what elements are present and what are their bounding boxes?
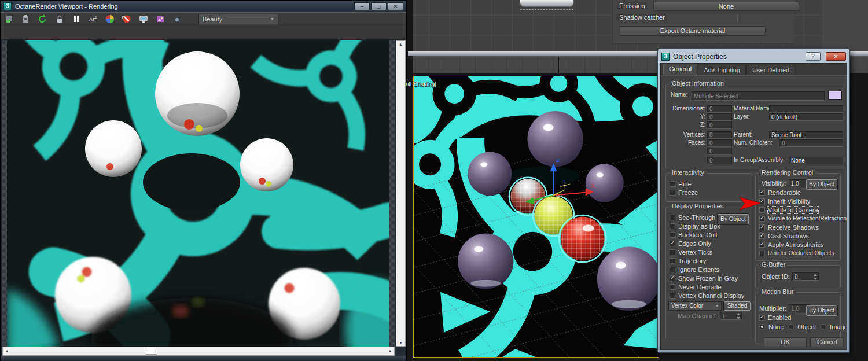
visible-to-reflection-row[interactable]: Visible to Reflection/Refraction: [756, 214, 840, 223]
object-id-spinner[interactable]: [813, 274, 818, 280]
hide-row[interactable]: Hide: [666, 179, 752, 188]
export-octane-material-button[interactable]: Export Octane material: [620, 26, 766, 36]
faces-field[interactable]: 0: [707, 139, 732, 147]
close-button[interactable]: ✕: [388, 2, 403, 10]
visible-to-reflection-checkbox[interactable]: [759, 216, 765, 222]
emission-none-button[interactable]: None: [653, 2, 799, 11]
see-through-checkbox[interactable]: [670, 215, 675, 220]
tab-general[interactable]: General: [663, 64, 697, 75]
extra-field-1[interactable]: 0: [707, 148, 732, 155]
scroll-left-icon[interactable]: ◄: [5, 349, 9, 353]
rollout-scroll-button[interactable]: [520, 0, 574, 7]
radio-image[interactable]: [821, 324, 826, 330]
dialog-title-bar[interactable]: 3 Object Properties ? ✕: [660, 50, 848, 62]
hide-checkbox[interactable]: [670, 181, 675, 187]
layer-field[interactable]: 0 (default): [769, 113, 843, 121]
copy-clipboard-icon[interactable]: [21, 14, 31, 24]
render-pass-dropdown[interactable]: Beauty ▼: [198, 14, 278, 24]
radio-none[interactable]: [759, 324, 765, 330]
scroll-down-icon[interactable]: ▼: [396, 341, 405, 345]
map-channel-spinner[interactable]: [736, 313, 741, 319]
display-settings-icon[interactable]: [139, 14, 148, 24]
edges-only-row[interactable]: Edges Only: [666, 239, 752, 248]
apply-atmospherics-checkbox[interactable]: [759, 242, 765, 248]
perspective-viewport[interactable]: Z X: [413, 76, 659, 358]
vertices-field[interactable]: 0: [707, 131, 732, 139]
octane-title-bar[interactable]: 3 OctaneRender Viewport - Rendering – ▢ …: [1, 1, 406, 12]
renderable-checkbox[interactable]: [759, 190, 765, 196]
color-picker-icon[interactable]: [105, 14, 115, 24]
apply-atmospherics-row[interactable]: Apply Atmospherics: [756, 240, 840, 249]
display-as-box-checkbox[interactable]: [670, 223, 675, 229]
inherit-visibility-row[interactable]: Inherit Visibility: [756, 197, 840, 205]
never-degrade-checkbox[interactable]: [670, 284, 675, 290]
restart-render-icon[interactable]: [38, 14, 47, 24]
scrollbar-thumb[interactable]: [145, 348, 157, 355]
help-button[interactable]: ?: [806, 52, 821, 61]
horizontal-scrollbar[interactable]: ◄ ►: [2, 347, 395, 356]
render-canvas-area[interactable]: [2, 40, 395, 347]
backface-cull-checkbox[interactable]: [670, 232, 675, 238]
tab-user-defined[interactable]: User Defined: [746, 65, 795, 75]
cancel-button[interactable]: Cancel: [810, 337, 844, 347]
material-name-field[interactable]: [769, 105, 843, 113]
export-image-icon[interactable]: [5, 14, 14, 24]
parent-field[interactable]: Scene Root: [769, 131, 843, 139]
cast-shadows-row[interactable]: Cast Shadows: [756, 231, 840, 240]
scroll-up-icon[interactable]: ▲: [396, 42, 405, 46]
dialog-close-button[interactable]: ✕: [826, 52, 846, 61]
cast-shadows-checkbox[interactable]: [759, 233, 765, 239]
edges-only-checkbox[interactable]: [670, 241, 675, 246]
pause-render-icon[interactable]: [72, 14, 81, 24]
render-region-icon[interactable]: [122, 14, 131, 24]
receive-shadows-checkbox[interactable]: [759, 224, 765, 230]
shaded-button[interactable]: Shaded: [724, 301, 751, 311]
minimize-button[interactable]: –: [354, 2, 370, 10]
viewport-shading-label[interactable]: ult Shading]: [406, 81, 436, 87]
never-degrade-row[interactable]: Never Degrade: [666, 282, 752, 291]
show-frozen-in-gray-row[interactable]: Show Frozen in Gray: [666, 274, 752, 282]
in-group-field[interactable]: None: [789, 157, 843, 164]
radio-object[interactable]: [788, 324, 794, 330]
object-id-field[interactable]: 0: [792, 272, 819, 281]
dimension-y-field[interactable]: 0: [707, 113, 732, 121]
display-by-object-button[interactable]: By Object: [718, 214, 749, 224]
maximize-button[interactable]: ▢: [371, 2, 387, 10]
extra-field-2[interactable]: 0: [707, 157, 732, 164]
autofocus-icon[interactable]: AF1: [89, 14, 98, 24]
name-input[interactable]: Multiple Selected: [692, 91, 825, 101]
backface-cull-row[interactable]: Backface Cull: [666, 230, 752, 239]
save-image-icon[interactable]: [156, 14, 165, 24]
visible-to-camera-row[interactable]: Visible to Camera: [756, 205, 840, 214]
freeze-checkbox[interactable]: [670, 190, 675, 196]
render-occluded-row[interactable]: Render Occluded Objects: [756, 249, 840, 257]
viewport-3d-scene[interactable]: Z X: [414, 76, 659, 358]
vertex-ticks-row[interactable]: Vertex Ticks: [666, 248, 752, 256]
ignore-extents-row[interactable]: Ignore Extents: [666, 265, 752, 274]
enabled-checkbox[interactable]: [759, 315, 765, 321]
shadow-catcher-checkbox[interactable]: [737, 14, 738, 22]
vertex-color-dropdown[interactable]: Vertex Color ▼: [668, 301, 722, 311]
tab-adv-lighting[interactable]: Adv. Lighting: [698, 65, 746, 75]
lock-resolution-icon[interactable]: [55, 14, 64, 24]
num-children-field[interactable]: 0: [779, 139, 843, 147]
ignore-extents-checkbox[interactable]: [670, 267, 675, 272]
visibility-by-object-button[interactable]: By Object: [806, 179, 837, 190]
trajectory-row[interactable]: Trajectory: [666, 256, 752, 265]
show-frozen-in-gray-checkbox[interactable]: [670, 275, 675, 281]
render-occluded-checkbox[interactable]: [759, 251, 765, 256]
object-color-swatch[interactable]: [828, 91, 842, 100]
vertex-channel-display-checkbox[interactable]: [670, 293, 675, 299]
receive-shadows-row[interactable]: Receive Shadows: [756, 223, 840, 231]
vertical-scrollbar[interactable]: ▲ ▼: [396, 40, 406, 347]
dimension-x-field[interactable]: 0: [707, 105, 732, 113]
dimension-z-field[interactable]: 0: [707, 121, 732, 129]
motion-blur-by-object-button[interactable]: By Object: [806, 305, 837, 316]
vertex-channel-display-row[interactable]: Vertex Channel Display: [666, 291, 752, 300]
vertex-ticks-checkbox[interactable]: [670, 249, 675, 255]
time-slider-mark[interactable]: [558, 57, 559, 73]
scroll-right-icon[interactable]: ►: [388, 349, 392, 353]
map-channel-field[interactable]: 1: [720, 312, 742, 320]
ok-button[interactable]: OK: [764, 337, 807, 347]
trajectory-checkbox[interactable]: [670, 258, 675, 264]
